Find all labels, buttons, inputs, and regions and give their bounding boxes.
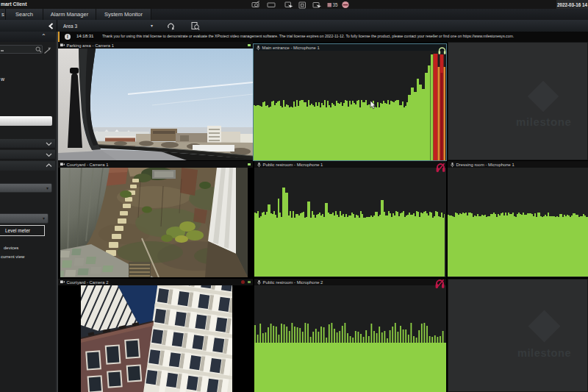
svg-text:35: 35: [333, 2, 339, 7]
